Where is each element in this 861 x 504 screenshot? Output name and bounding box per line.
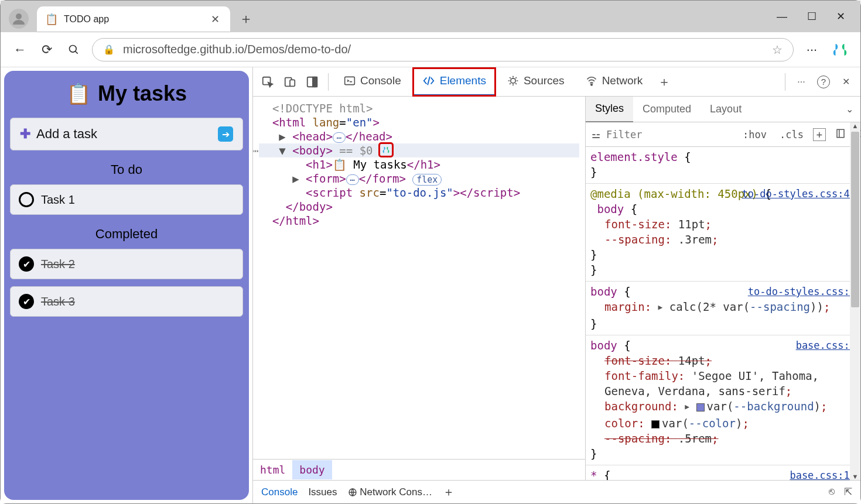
profile-avatar[interactable] (9, 9, 29, 29)
breadcrumb-item[interactable]: body (292, 460, 332, 479)
devtools-close-icon[interactable]: ✕ (836, 72, 856, 92)
dom-node[interactable]: <head> (292, 130, 333, 143)
dom-tree[interactable]: <!DOCTYPE html> <html lang="en"> ▶ <head… (253, 97, 585, 459)
css-declaration[interactable]: --spacing: .5rem; (590, 431, 856, 446)
css-declaration[interactable]: font-size: 11pt; (590, 217, 856, 232)
cls-toggle[interactable]: .cls (776, 129, 807, 140)
dom-node[interactable]: <script (306, 186, 360, 199)
drawer-tab-network-conditions[interactable]: Network Cons… (348, 486, 433, 498)
checkbox-checked-icon[interactable]: ✔ (19, 294, 34, 309)
window-close-icon[interactable]: ✕ (836, 10, 845, 23)
copilot-button[interactable] (830, 40, 850, 60)
css-rule[interactable]: to-do-styles.css:40@media (max-width: 45… (586, 184, 860, 282)
css-rule[interactable]: base.css:15* {} (586, 465, 860, 480)
tab-sources[interactable]: Sources (498, 68, 574, 96)
svg-rect-5 (290, 80, 295, 86)
styles-tab-layout[interactable]: Layout (701, 97, 751, 122)
more-tabs-button[interactable]: ＋ (654, 72, 674, 92)
tab-console[interactable]: Console (334, 68, 411, 96)
css-rule[interactable]: base.css:1body {font-size: 14pt;font-fam… (586, 335, 860, 465)
svg-rect-11 (837, 129, 844, 138)
search-button[interactable] (65, 41, 83, 59)
dom-node[interactable]: <html (272, 116, 313, 129)
device-toggle-icon[interactable] (280, 72, 300, 92)
rule-source-link[interactable]: base.css:15 (790, 468, 856, 480)
computed-styles-icon[interactable] (832, 128, 849, 141)
drawer-export-icon[interactable]: ⇱ (844, 486, 852, 498)
styles-tab-computed[interactable]: Computed (633, 97, 701, 122)
drawer-tab-issues[interactable]: Issues (308, 486, 337, 498)
back-button[interactable]: ← (11, 41, 29, 59)
selected-hint: == $0 (333, 144, 373, 157)
expand-arrow-icon[interactable]: ▶ (292, 172, 299, 185)
dom-node[interactable]: <h1> (306, 158, 333, 171)
dom-node: </html> (272, 214, 319, 227)
css-declaration[interactable]: background: ▶ var(--background); (590, 399, 856, 416)
window-maximize-icon[interactable]: ☐ (807, 10, 816, 23)
new-style-rule-button[interactable]: + (813, 128, 826, 141)
ellipsis-icon[interactable]: ⋯ (346, 174, 359, 185)
add-task-input[interactable]: ✚ Add a task ➔ (10, 118, 243, 150)
tab-elements[interactable]: Elements (413, 68, 496, 96)
rendered-page: 📋 My tasks ✚ Add a task ➔ To do Task 1 C… (1, 67, 252, 503)
dom-node[interactable]: <form> (306, 172, 346, 185)
refresh-button[interactable]: ⟳ (38, 41, 56, 59)
task-label: Task 3 (41, 295, 75, 308)
collapse-arrow-icon[interactable]: ▼ (279, 144, 285, 157)
dom-node: </body> (286, 200, 333, 213)
devtools-more-icon[interactable]: ··· (791, 72, 811, 92)
expand-arrow-icon[interactable]: ▶ (279, 130, 285, 143)
ellipsis-icon[interactable]: ⋯ (333, 132, 346, 143)
scroll-thumb[interactable] (851, 132, 859, 307)
css-declaration[interactable]: margin: ▶ calc(2* var(--spacing)); (590, 299, 856, 316)
task-item[interactable]: ✔ Task 3 (10, 286, 243, 317)
task-item[interactable]: ✔ Task 2 (10, 249, 243, 279)
rule-source-link[interactable]: to-do-styles.css:1 (748, 284, 856, 299)
styles-filter-input[interactable] (606, 129, 733, 140)
rule-source-link[interactable]: to-do-styles.css:40 (742, 186, 856, 201)
browser-tab[interactable]: 📋 TODO app ✕ (37, 6, 230, 32)
inspect-element-icon[interactable] (258, 72, 278, 92)
css-declaration[interactable]: font-size: 14pt; (590, 353, 856, 368)
dom-node-selected[interactable]: <body> (292, 144, 333, 157)
task-item[interactable]: Task 1 (10, 184, 243, 215)
dom-breadcrumb[interactable]: html body (253, 459, 585, 480)
checkbox-unchecked-icon[interactable] (19, 192, 34, 207)
css-rules-list[interactable]: element.style {}to-do-styles.css:40@medi… (586, 147, 860, 480)
flex-badge[interactable]: flex (412, 174, 442, 186)
css-rule[interactable]: element.style {} (586, 147, 860, 184)
checkbox-checked-icon[interactable]: ✔ (19, 256, 34, 272)
css-declaration[interactable]: font-family: 'Segoe UI', Tahoma, Geneva,… (590, 368, 856, 399)
submit-icon[interactable]: ➔ (218, 126, 233, 142)
new-tab-button[interactable]: ＋ (234, 6, 258, 31)
scroll-up-icon[interactable]: ▲ (851, 122, 859, 129)
scrollbar[interactable]: ▲ ▼ (850, 122, 860, 480)
gutter-actions-icon[interactable]: ⋯ (253, 143, 258, 157)
help-icon[interactable]: ? (814, 72, 833, 92)
dock-side-icon[interactable] (302, 72, 322, 92)
breadcrumb-item[interactable]: html (253, 460, 292, 479)
more-menu-button[interactable]: ··· (803, 41, 821, 59)
styles-tab-styles[interactable]: Styles (586, 97, 633, 122)
drawer-link-icon[interactable]: ⎋ (829, 486, 835, 498)
page-title: 📋 My tasks (10, 81, 243, 106)
css-declaration[interactable]: --spacing: .3rem; (590, 232, 856, 247)
rule-source-link[interactable]: base.css:1 (796, 338, 856, 353)
hov-toggle[interactable]: :hov (739, 129, 770, 140)
styles-filter-row: ⚍ :hov .cls + (586, 122, 860, 147)
copilot-inline-icon[interactable] (380, 143, 392, 156)
tab-network[interactable]: Network (576, 68, 652, 96)
styles-pane: Styles Computed Layout ⌄ ⚍ :hov .cls + (585, 97, 860, 480)
address-bar[interactable]: 🔒 microsoftedge.github.io/Demos/demo-to-… (92, 38, 794, 61)
css-declaration[interactable]: color: var(--color); (590, 416, 856, 431)
css-rule[interactable]: to-do-styles.css:1body {margin: ▶ calc(2… (586, 282, 860, 335)
window-minimize-icon[interactable]: — (777, 11, 787, 23)
scroll-down-icon[interactable]: ▼ (851, 473, 859, 480)
chevron-down-icon[interactable]: ⌄ (839, 104, 860, 115)
drawer-tab-console[interactable]: Console (261, 486, 298, 498)
task-label: Task 1 (41, 193, 75, 207)
drawer-add-tab-button[interactable]: ＋ (443, 484, 455, 500)
favorite-icon[interactable]: ☆ (772, 43, 783, 57)
tab-close-icon[interactable]: ✕ (209, 11, 222, 28)
devtools: Console Elements Sources Network ＋ ··· ? (252, 67, 860, 503)
